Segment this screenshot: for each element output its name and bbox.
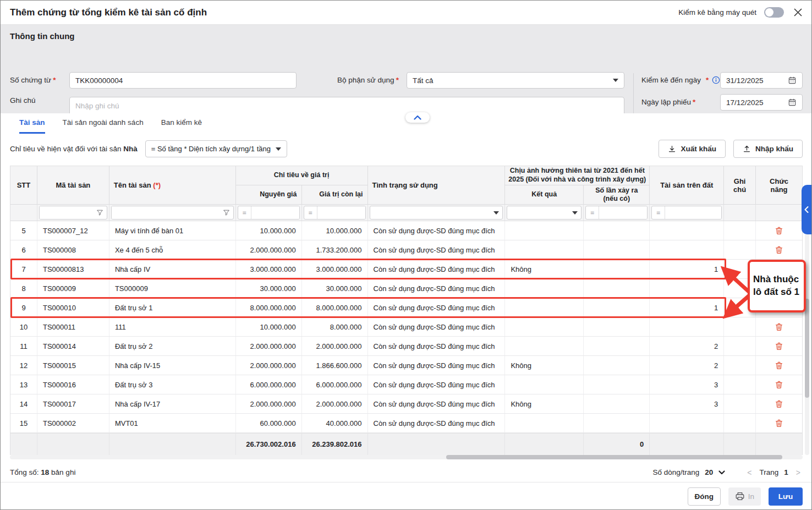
tab-ban-kiem-ke[interactable]: Ban kiểm kê: [161, 118, 202, 134]
cell-asset-code: TS00000813: [37, 260, 109, 278]
cell-asset-on-land: [650, 221, 724, 240]
col-header-note: Ghi chú: [724, 166, 756, 204]
horizontal-scrollbar-thumb[interactable]: [446, 455, 782, 459]
table-row[interactable]: 15 TS000002 MVT01 60.000.000 40.000.000 …: [10, 414, 802, 433]
required-asterisk: *: [53, 76, 56, 84]
filter-usage-status-select[interactable]: [370, 206, 503, 220]
cell-asset-name: MVT01: [109, 414, 236, 432]
table-row[interactable]: 6 TS000008 Xe 4 đến 5 chỗ 2.000.000.000 …: [10, 240, 802, 260]
table-toolbar: Chỉ tiêu về hiện vật đối với tài sản Nhà…: [1, 139, 812, 158]
close-button[interactable]: Đóng: [688, 487, 721, 506]
cell-note: [724, 240, 756, 259]
close-icon[interactable]: [792, 7, 804, 19]
chevron-left-icon: [804, 206, 809, 213]
cell-stt: 10: [10, 317, 37, 336]
rows-per-page-select[interactable]: 20: [705, 468, 713, 476]
delete-row-button[interactable]: [771, 376, 787, 393]
calendar-icon[interactable]: [788, 76, 797, 85]
export-button[interactable]: Xuất khẩu: [659, 140, 726, 158]
filter-occurrences[interactable]: =: [585, 206, 648, 220]
prev-page-button[interactable]: <: [745, 468, 754, 477]
vertical-scrollbar[interactable]: [805, 222, 809, 455]
filter-asset-code-input[interactable]: [40, 206, 96, 219]
trash-icon: [775, 245, 783, 254]
cell-actions: [756, 337, 802, 355]
table-row[interactable]: 8 TS000009 TS000009 30.000.000 30.000.00…: [10, 279, 802, 298]
cell-note: [724, 317, 756, 336]
col-header-usage-status: Tình trạng sử dụng: [368, 166, 506, 204]
filter-result-select[interactable]: [507, 206, 581, 220]
filter-remaining-value[interactable]: =: [304, 206, 366, 220]
department-value: Tất cả: [413, 76, 434, 85]
delete-row-button[interactable]: [771, 242, 787, 258]
table-row[interactable]: 9 TS000010 Đất trụ sở 1 8.000.000.000 8.…: [10, 298, 802, 317]
page-number[interactable]: 1: [784, 468, 788, 476]
filter-occurrences-input[interactable]: [599, 206, 647, 219]
cell-asset-name: Nhà cấp IV-17: [109, 394, 236, 413]
chevron-down-icon[interactable]: [718, 470, 725, 475]
filter-remaining-value-input[interactable]: [317, 206, 365, 219]
department-select[interactable]: Tất cả: [407, 72, 624, 89]
equals-operator[interactable]: =: [304, 206, 317, 219]
col-header-actions: Chức năng: [756, 166, 802, 204]
delete-row-button[interactable]: [771, 338, 787, 354]
delete-row-button[interactable]: [771, 415, 787, 431]
filter-asset-name[interactable]: [111, 206, 234, 220]
filter-funnel-icon[interactable]: [96, 209, 103, 216]
filter-original-price[interactable]: =: [238, 206, 300, 220]
cell-asset-name: Đất trụ sở 2: [109, 337, 236, 355]
annotation-text: Nhà thuộc: [753, 273, 804, 286]
import-button[interactable]: Nhập khẩu: [733, 140, 803, 158]
collapse-section-button[interactable]: [405, 112, 430, 123]
side-panel-toggle[interactable]: [802, 185, 811, 234]
filter-original-price-input[interactable]: [251, 206, 299, 219]
equals-operator[interactable]: =: [652, 206, 665, 219]
cell-remaining-value: 2.000.000.000: [302, 394, 368, 413]
delete-row-button[interactable]: [771, 222, 787, 239]
tab-tai-san-ngoai-danh-sach[interactable]: Tài sản ngoài danh sách: [63, 118, 144, 134]
table-row[interactable]: 13 TS000016 Đất trụ sở 3 6.000.000.000 6…: [10, 375, 802, 394]
cell-asset-code: TS000008: [37, 240, 109, 259]
cell-usage-status: Còn sử dụng được-SD đúng mục đích: [368, 221, 506, 240]
equals-operator[interactable]: =: [586, 206, 599, 219]
calendar-icon[interactable]: [788, 98, 797, 107]
tab-tai-san[interactable]: Tài sản: [19, 118, 45, 134]
filter-asset-on-land[interactable]: =: [651, 206, 722, 220]
cell-occurrences: [584, 337, 650, 355]
filter-asset-name-input[interactable]: [112, 206, 223, 219]
save-button[interactable]: Lưu: [769, 487, 803, 506]
filter-asset-code[interactable]: [39, 206, 107, 220]
next-page-button[interactable]: >: [794, 468, 803, 477]
inventory-to-date-input[interactable]: 31/12/2025: [720, 72, 803, 89]
table-row[interactable]: 12 TS000015 Nhà cấp IV-15 2.000.000.000 …: [10, 356, 802, 375]
table-row[interactable]: 5 TS000007_12 Máy vi tính để bàn 01 10.0…: [10, 221, 802, 240]
filter-funnel-icon[interactable]: [223, 209, 230, 216]
cell-asset-on-land: 1: [650, 260, 724, 278]
scanner-toggle[interactable]: [764, 7, 784, 18]
cell-occurrences: [584, 394, 650, 413]
cell-occurrences: [584, 356, 650, 375]
created-date-input[interactable]: 17/12/2025: [720, 94, 803, 111]
table-row[interactable]: 7 TS00000813 Nhà cấp IV 3.000.000.000 3.…: [10, 260, 802, 279]
table-row[interactable]: 10 TS000011 111 10.000.000 8.000.000 Còn…: [10, 317, 802, 337]
cell-result: [505, 317, 584, 336]
cell-actions: [756, 356, 802, 375]
info-icon[interactable]: [712, 76, 720, 84]
equals-operator[interactable]: =: [238, 206, 251, 219]
date-value: 17/12/2025: [726, 98, 764, 107]
cell-result: [505, 375, 584, 394]
horizontal-scrollbar[interactable]: [10, 455, 803, 459]
table-row[interactable]: 14 TS000017 Nhà cấp IV-17 2.000.000.000 …: [10, 394, 802, 414]
chevron-down-icon: [572, 211, 578, 215]
print-button[interactable]: In: [728, 487, 761, 506]
filter-asset-on-land-input[interactable]: [665, 206, 721, 219]
cell-asset-name: Đất trụ sở 3: [109, 375, 236, 394]
doc-no-input[interactable]: [69, 72, 297, 89]
table-row[interactable]: 11 TS000014 Đất trụ sở 2 2.000.000.000 2…: [10, 337, 802, 356]
delete-row-button[interactable]: [771, 396, 787, 412]
delete-row-button[interactable]: [771, 319, 787, 335]
cell-asset-on-land: 2: [650, 337, 724, 355]
criteria-select[interactable]: = Số tầng * Diện tích xây dựng/1 tầng: [145, 140, 287, 157]
delete-row-button[interactable]: [771, 357, 787, 374]
vertical-scrollbar-thumb[interactable]: [805, 299, 809, 398]
